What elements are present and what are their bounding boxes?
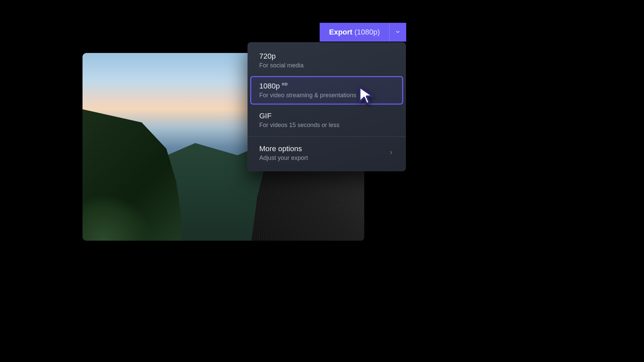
hd-badge: HD [282, 82, 288, 86]
export-button-resolution: (1080p) [355, 28, 380, 37]
more-options-desc: Adjust your export [259, 155, 308, 162]
export-option-720p[interactable]: 720p For social media [250, 46, 403, 75]
export-option-title: 720p [259, 52, 276, 61]
export-option-desc: For videos 15 seconds or less [259, 122, 394, 129]
export-options-menu: 720p For social media 1080p HD For video… [248, 42, 406, 171]
export-button-label: Export [329, 28, 353, 37]
export-button[interactable]: Export (1080p) [320, 23, 389, 42]
export-more-options[interactable]: More options Adjust your export [250, 139, 403, 167]
chevron-right-icon [388, 149, 394, 157]
export-option-title: GIF [259, 112, 272, 120]
menu-divider [248, 136, 406, 137]
export-option-gif[interactable]: GIF For videos 15 seconds or less [250, 106, 403, 134]
export-button-group: Export (1080p) [320, 23, 406, 42]
more-options-title: More options [259, 144, 302, 153]
export-option-desc: For social media [259, 62, 394, 69]
cursor-icon [357, 85, 378, 107]
chevron-down-icon [395, 29, 401, 36]
export-option-1080p[interactable]: 1080p HD For video streaming & presentat… [250, 76, 403, 105]
export-option-title: 1080p [259, 82, 280, 90]
export-dropdown-toggle[interactable] [389, 23, 406, 42]
preview-foliage [83, 194, 153, 241]
